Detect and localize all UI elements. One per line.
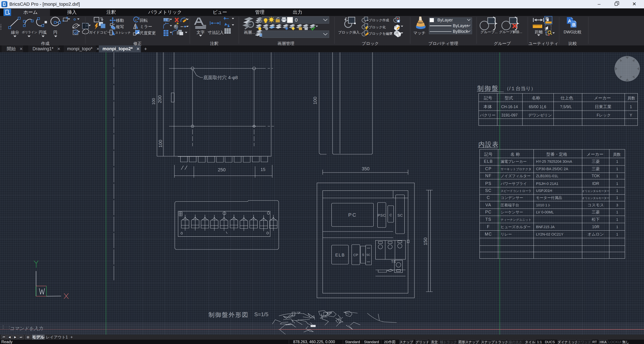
svg-text:1: 1 — [616, 189, 618, 193]
svg-text:本体: 本体 — [484, 104, 492, 109]
svg-text:LV 0-00ML: LV 0-00ML — [536, 210, 554, 214]
svg-text:TOK: TOK — [592, 174, 600, 178]
svg-text:C: C — [487, 195, 490, 200]
svg-text:C: C — [390, 213, 392, 217]
svg-text:65/00 1(,6: 65/00 1(,6 — [529, 105, 546, 109]
svg-text:Y: Y — [630, 113, 632, 117]
svg-text:三菱: 三菱 — [592, 210, 600, 214]
svg-text:150: 150 — [423, 238, 428, 245]
svg-text:（/１台当り）: （/１台当り） — [504, 86, 536, 91]
svg-text:ByLayer: ByLayer — [453, 23, 468, 28]
svg-text:350: 350 — [362, 166, 370, 171]
svg-text:型式: 型式 — [505, 95, 513, 100]
svg-text:1: 1 — [616, 174, 618, 178]
svg-text:1: 1 — [630, 105, 632, 109]
svg-text:100: 100 — [151, 98, 156, 105]
svg-text:制御盤: 制御盤 — [477, 85, 499, 92]
svg-text:日東工業: 日東工業 — [595, 104, 612, 109]
svg-text:0: 0 — [295, 17, 298, 23]
svg-text:1: 1 — [616, 232, 618, 236]
svg-text:名 称: 名 称 — [510, 152, 520, 157]
svg-text:1: 1 — [616, 196, 618, 200]
svg-text:SC: SC — [398, 213, 403, 217]
svg-text:三菱: 三菱 — [592, 166, 600, 171]
svg-text:員数: 員数 — [628, 96, 635, 100]
svg-text:100: 100 — [312, 97, 318, 105]
svg-text:CP: CP — [485, 166, 492, 171]
svg-text:モーター付属品: モーター付属品 — [536, 196, 562, 200]
svg-text:PSJH-0 21A1: PSJH-0 21A1 — [536, 182, 558, 186]
svg-text:内設表: 内設表 — [478, 141, 499, 148]
svg-text:ByLayer: ByLayer — [438, 17, 453, 22]
svg-text:リレー: リレー — [500, 232, 512, 236]
svg-text:オムロン: オムロン — [588, 232, 604, 236]
svg-text:名称: 名称 — [532, 95, 540, 100]
svg-text:NF: NF — [485, 173, 492, 178]
svg-text:記号: 記号 — [484, 95, 492, 100]
svg-text:TS: TS — [485, 217, 492, 222]
svg-text:TS: TS — [391, 260, 396, 264]
svg-text:3191-097: 3191-097 — [501, 113, 518, 117]
svg-text:HY-25 7925204 30mA: HY-25 7925204 30mA — [536, 159, 572, 164]
svg-text:ティーチングユニット: ティーチングユニット — [500, 218, 532, 221]
svg-text:PC: PC — [485, 210, 492, 214]
svg-text:ノイズフィルター: ノイズフィルター — [500, 174, 531, 178]
svg-text:ZLB1001-01L: ZLB1001-01L — [536, 174, 558, 178]
svg-text:漏電ブレーカー: 漏電ブレーカー — [500, 159, 527, 164]
svg-text:1: 1 — [616, 159, 618, 164]
svg-text:VA: VA — [485, 203, 492, 207]
svg-text:1: 1 — [616, 225, 618, 229]
svg-text:圧着端子台: 圧着端子台 — [500, 203, 519, 207]
svg-text:15: 15 — [260, 167, 266, 172]
svg-text:制御盤外形図: 制御盤外形図 — [208, 311, 249, 318]
svg-text:?,5/9/L: ?,5/9/L — [560, 105, 572, 109]
svg-text:三菱: 三菱 — [592, 159, 600, 164]
svg-text:ヒューズホルダー: ヒューズホルダー — [500, 225, 531, 229]
svg-text:ELB: ELB — [484, 159, 493, 164]
svg-text:メーカー: メーカー — [594, 95, 611, 100]
svg-text:PC: PC — [348, 212, 357, 218]
svg-text:100: 100 — [158, 140, 163, 148]
svg-text:PS: PS — [485, 181, 492, 186]
svg-text:スピードコントローラ: スピードコントローラ — [500, 189, 531, 193]
svg-text:LY2N-02 OC21Y: LY2N-02 OC21Y — [536, 232, 564, 236]
svg-text:パワーサプライ: パワーサプライ — [500, 182, 527, 186]
svg-text:メーカー: メーカー — [586, 152, 604, 157]
svg-text:MC: MC — [485, 232, 492, 236]
svg-text:CP: CP — [353, 253, 358, 257]
svg-text:1: 1 — [616, 217, 618, 222]
svg-text:松下: 松下 — [592, 217, 600, 222]
svg-text:S: S — [362, 253, 364, 257]
svg-text:CP30-BA 25/DC 2A: CP30-BA 25/DC 2A — [536, 167, 568, 171]
svg-text:IDR: IDR — [592, 181, 599, 186]
svg-text:USPJ01H: USPJ01H — [536, 189, 552, 193]
svg-text:コスモス: コスモス — [588, 203, 604, 207]
svg-text:B: B — [572, 22, 576, 27]
svg-text:バクリー: バクリー — [480, 113, 496, 117]
svg-text:250: 250 — [218, 167, 226, 172]
svg-text:10R: 10R — [592, 225, 600, 229]
svg-text:型番・定格: 型番・定格 — [546, 152, 567, 157]
svg-text:ByBlock: ByBlock — [453, 29, 468, 34]
svg-text:仕上色: 仕上色 — [560, 95, 573, 100]
svg-text:員数: 員数 — [613, 152, 621, 157]
svg-text:1: 1 — [616, 210, 618, 214]
svg-text:デワンゼリン: デワンゼリン — [528, 113, 552, 117]
svg-text:Fレック: Fレック — [597, 113, 611, 117]
svg-text:PSC: PSC — [378, 213, 386, 217]
svg-text:サーキットプロテクタ: サーキットプロテクタ — [500, 167, 532, 171]
svg-text:F: F — [487, 224, 490, 229]
svg-text:200: 200 — [157, 95, 162, 103]
svg-text:SC: SC — [366, 253, 370, 257]
svg-text:ELB: ELB — [335, 253, 345, 258]
svg-text:SC: SC — [485, 188, 492, 193]
svg-text:1: 1 — [616, 182, 618, 186]
svg-text:記号: 記号 — [484, 152, 492, 157]
svg-text:CH-16-14: CH-16-14 — [501, 105, 518, 109]
svg-text:コンデンサー: コンデンサー — [500, 196, 523, 200]
svg-text:底面取付穴 4-φ8: 底面取付穴 4-φ8 — [203, 75, 238, 80]
svg-text:1: 1 — [616, 167, 618, 171]
svg-text:1010 1ト: 1010 1ト — [536, 203, 551, 207]
svg-text:BNFJ15 JA: BNFJ15 JA — [536, 225, 555, 229]
svg-text:オリエンタルモーター: オリエンタルモーター — [582, 197, 610, 200]
